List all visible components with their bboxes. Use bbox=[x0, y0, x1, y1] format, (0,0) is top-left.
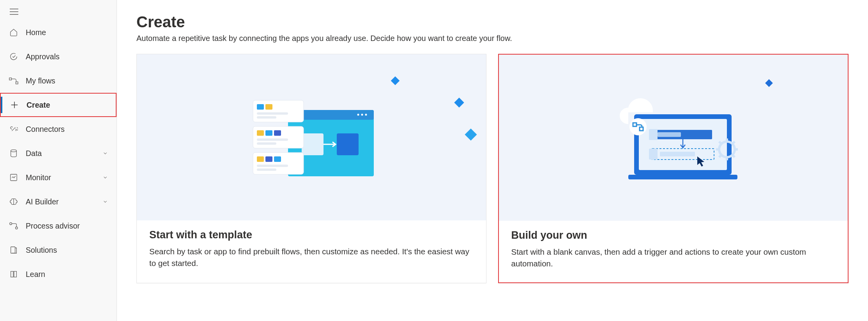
svg-line-55 bbox=[732, 142, 735, 144]
svg-line-52 bbox=[719, 142, 721, 144]
svg-rect-25 bbox=[253, 126, 304, 148]
svg-rect-45 bbox=[649, 149, 658, 160]
sidebar: Home Approvals My flows Create Connector… bbox=[0, 0, 117, 321]
svg-point-15 bbox=[361, 114, 363, 116]
chevron-down-icon bbox=[103, 149, 108, 158]
sidebar-item-label: My flows bbox=[26, 76, 55, 85]
card-title: Start with a template bbox=[149, 229, 474, 241]
sidebar-item-home[interactable]: Home bbox=[0, 20, 117, 44]
process-advisor-icon bbox=[9, 221, 19, 231]
svg-point-56 bbox=[629, 118, 647, 135]
template-illustration-icon bbox=[233, 87, 389, 188]
svg-rect-23 bbox=[257, 112, 288, 115]
card-hero-illustration bbox=[137, 54, 486, 220]
svg-rect-36 bbox=[257, 168, 276, 171]
svg-rect-41 bbox=[649, 129, 658, 140]
svg-rect-28 bbox=[274, 130, 281, 136]
card-description: Start with a blank canvas, then add a tr… bbox=[511, 246, 836, 269]
svg-point-16 bbox=[357, 114, 359, 116]
create-cards-row: Start with a template Search by task or … bbox=[136, 54, 849, 283]
sidebar-item-label: Data bbox=[26, 149, 42, 158]
svg-rect-11 bbox=[11, 247, 15, 254]
svg-line-54 bbox=[719, 155, 721, 157]
sidebar-item-data[interactable]: Data bbox=[0, 141, 117, 165]
solutions-icon bbox=[9, 245, 19, 255]
create-icon bbox=[9, 100, 19, 110]
svg-line-53 bbox=[732, 155, 735, 157]
card-hero-illustration bbox=[499, 55, 848, 221]
svg-rect-22 bbox=[265, 104, 272, 110]
svg-rect-42 bbox=[658, 132, 681, 137]
svg-rect-29 bbox=[257, 138, 288, 141]
sidebar-item-connectors[interactable]: Connectors bbox=[0, 117, 117, 141]
svg-rect-27 bbox=[265, 130, 272, 136]
sidebar-item-label: Create bbox=[27, 101, 50, 110]
approvals-icon bbox=[9, 51, 19, 62]
sidebar-item-ai-builder[interactable]: AI Builder bbox=[0, 190, 117, 214]
connectors-icon bbox=[9, 124, 19, 134]
sidebar-item-label: Connectors bbox=[26, 125, 65, 134]
hamburger-menu-button[interactable] bbox=[0, 5, 117, 20]
svg-rect-46 bbox=[660, 152, 695, 156]
sidebar-item-label: Learn bbox=[26, 270, 45, 279]
svg-rect-20 bbox=[253, 100, 304, 122]
svg-rect-3 bbox=[9, 78, 12, 80]
svg-rect-34 bbox=[274, 156, 281, 162]
card-body: Start with a template Search by task or … bbox=[137, 220, 486, 282]
sidebar-item-label: AI Builder bbox=[26, 197, 59, 206]
main-content: Create Automate a repetitive task by con… bbox=[117, 0, 868, 321]
svg-rect-32 bbox=[257, 156, 264, 162]
sidebar-item-label: Solutions bbox=[26, 246, 57, 255]
home-icon bbox=[9, 27, 19, 37]
ai-builder-icon bbox=[9, 197, 19, 207]
card-build-your-own[interactable]: Build your own Start with a blank canvas… bbox=[498, 54, 849, 283]
card-start-with-template[interactable]: Start with a template Search by task or … bbox=[136, 54, 486, 283]
sidebar-item-my-flows[interactable]: My flows bbox=[0, 69, 117, 93]
card-title: Build your own bbox=[511, 229, 836, 241]
svg-rect-18 bbox=[337, 133, 359, 155]
card-description: Search by task or app to find prebuilt f… bbox=[149, 246, 474, 269]
svg-rect-21 bbox=[257, 104, 264, 110]
svg-rect-31 bbox=[253, 153, 304, 174]
svg-rect-4 bbox=[16, 82, 18, 84]
sidebar-item-label: Home bbox=[26, 28, 46, 37]
sidebar-item-label: Monitor bbox=[26, 173, 51, 182]
monitor-icon bbox=[9, 172, 19, 183]
svg-point-14 bbox=[365, 114, 367, 116]
sidebar-item-process-advisor[interactable]: Process advisor bbox=[0, 214, 117, 238]
sidebar-item-label: Approvals bbox=[26, 52, 60, 61]
svg-rect-35 bbox=[257, 165, 288, 167]
chevron-down-icon bbox=[103, 173, 108, 182]
svg-rect-39 bbox=[628, 175, 737, 179]
svg-rect-17 bbox=[302, 133, 324, 155]
page-title: Create bbox=[136, 13, 849, 31]
page-subtitle: Automate a repetitive task by connecting… bbox=[136, 34, 849, 43]
svg-rect-33 bbox=[265, 156, 272, 162]
svg-point-10 bbox=[16, 227, 18, 229]
svg-rect-26 bbox=[257, 130, 264, 136]
svg-rect-30 bbox=[257, 142, 276, 145]
data-icon bbox=[9, 148, 19, 158]
sidebar-item-learn[interactable]: Learn bbox=[0, 262, 117, 286]
sidebar-item-solutions[interactable]: Solutions bbox=[0, 238, 117, 262]
hamburger-icon bbox=[10, 9, 18, 15]
learn-icon bbox=[9, 269, 19, 279]
sidebar-item-approvals[interactable]: Approvals bbox=[0, 44, 117, 69]
sidebar-item-monitor[interactable]: Monitor bbox=[0, 165, 117, 190]
svg-point-7 bbox=[11, 150, 17, 152]
card-body: Build your own Start with a blank canvas… bbox=[499, 221, 848, 282]
svg-rect-24 bbox=[257, 116, 276, 119]
chevron-down-icon bbox=[103, 197, 108, 206]
build-illustration-icon bbox=[591, 87, 755, 188]
sidebar-item-create[interactable]: Create bbox=[0, 93, 117, 117]
svg-point-9 bbox=[10, 223, 12, 225]
my-flows-icon bbox=[9, 76, 19, 86]
sidebar-item-label: Process advisor bbox=[26, 222, 80, 231]
